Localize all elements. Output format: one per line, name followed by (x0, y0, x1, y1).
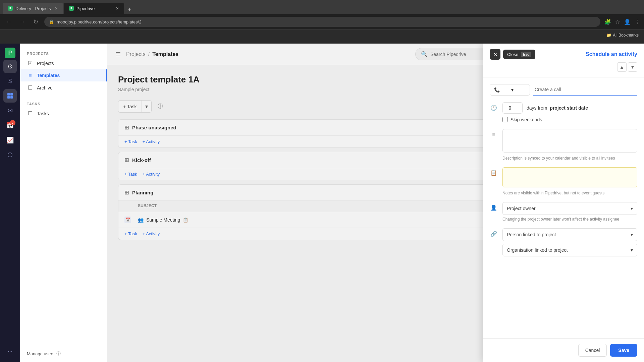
assignee-select[interactable]: Project owner ▾ (502, 202, 637, 215)
tasks-icon: ☐ (27, 110, 34, 117)
bookmark-bar: 📁 All Bookmarks (0, 29, 644, 40)
person-linked-row: 🔗 Person linked to project ▾ Organisatio… (490, 228, 637, 256)
cancel-button[interactable]: Cancel (578, 344, 607, 357)
schedule-panel: ✕ Close Esc Schedule an activity ▲ ▼ (483, 44, 644, 362)
sidebar-item-tasks-label: Tasks (37, 111, 49, 116)
tab-pipedrive[interactable]: P Pipedrive × (64, 3, 124, 14)
mail-nav-icon[interactable]: ✉ (3, 104, 17, 117)
templates-icon: ≡ (27, 72, 34, 78)
url-bar[interactable]: 🔒 moodjoy.pipedrive.com/projects/templat… (44, 17, 600, 27)
assignee-dropdown-arrow: ▾ (631, 206, 633, 211)
days-from-label: days from project start date (527, 105, 588, 111)
address-bar: ← → ↻ 🔒 moodjoy.pipedrive.com/projects/t… (0, 14, 644, 29)
sidebar-item-tasks[interactable]: ☐ Tasks (20, 107, 107, 120)
person-linked-label: Person linked to project (507, 232, 556, 237)
notes-icon: 📋 (490, 169, 498, 177)
sidebar-item-templates[interactable]: ≡ Templates (20, 69, 107, 81)
tab-close-1[interactable]: × (55, 6, 58, 11)
svg-rect-0 (7, 93, 10, 96)
url-text: moodjoy.pipedrive.com/projects/templates… (57, 19, 142, 24)
activity-type-icon: 📞 (494, 87, 508, 93)
profile-icon[interactable]: 👤 (624, 19, 631, 25)
save-button[interactable]: Save (610, 344, 637, 357)
tab-favicon-1: P (8, 6, 13, 11)
clock-icon: 🕐 (490, 104, 498, 112)
tab-close-2[interactable]: × (116, 6, 119, 11)
tab-title-1: Delivery - Projects (15, 6, 51, 11)
bookmark-star-icon[interactable]: ☆ (615, 19, 620, 25)
products-nav-icon[interactable]: ⬡ (3, 148, 17, 162)
sidebar-item-archive-label: Archive (37, 85, 53, 90)
tab-bar: P Delivery - Projects × P Pipedrive × + (0, 0, 644, 14)
svg-rect-3 (10, 96, 13, 99)
calendar-nav-icon[interactable]: 📅 7 (3, 119, 17, 132)
assignee-row: 👤 Project owner ▾ Changing the project o… (490, 202, 637, 222)
activity-type-select[interactable]: 📞 ▾ (490, 84, 530, 96)
skip-weekends-label: Skip weekends (511, 117, 542, 122)
svg-rect-1 (10, 93, 13, 96)
reload-button[interactable]: ↻ (31, 18, 40, 25)
org-linked-label: Organisation linked to project (507, 247, 568, 253)
activity-type-arrow: ▾ (511, 87, 526, 93)
panel-nav: ▲ ▼ (490, 62, 637, 72)
assignee-label: Project owner (507, 206, 536, 211)
panel-close-button[interactable]: ✕ (490, 49, 500, 60)
close-tooltip: Close Esc (503, 50, 535, 59)
manage-users-info-icon: ⓘ (56, 351, 61, 357)
calendar-badge: 7 (10, 120, 15, 125)
tab-delivery-projects[interactable]: P Delivery - Projects × (3, 3, 63, 14)
more-nav-icon[interactable]: ··· (3, 345, 17, 358)
projects-nav-icon[interactable] (3, 89, 17, 103)
skip-weekends-row: Skip weekends (502, 117, 637, 122)
sidebar-item-projects[interactable]: ☑ Projects (20, 57, 107, 69)
forward-button[interactable]: → (17, 18, 27, 25)
nav-sidebar: PROJECTS ☑ Projects ≡ Templates ☐ Archiv… (20, 44, 107, 362)
lock-icon: 🔒 (49, 19, 54, 24)
tab-title-2: Pipedrive (76, 6, 95, 11)
panel-footer: Cancel Save (483, 338, 644, 362)
extensions-icon[interactable]: 🧩 (604, 19, 611, 25)
deals-nav-icon[interactable]: $ (3, 74, 17, 88)
home-nav-icon[interactable]: ⊙ (3, 60, 17, 73)
org-linked-select[interactable]: Organisation linked to project ▾ (502, 244, 637, 256)
days-input[interactable] (502, 102, 523, 114)
projects-section-label: PROJECTS (20, 49, 107, 57)
panel-nav-down[interactable]: ▼ (628, 62, 637, 72)
person-linked-select[interactable]: Person linked to project ▾ (502, 228, 637, 241)
notes-textarea[interactable] (502, 167, 637, 187)
menu-icon[interactable]: ⋮ (635, 19, 640, 25)
days-from-row: 🕐 days from project start date Skip week… (490, 102, 637, 122)
reports-nav-icon[interactable]: 📈 (3, 133, 17, 147)
sidebar-item-archive[interactable]: ☐ Archive (20, 81, 107, 94)
esc-key: Esc (521, 52, 531, 57)
archive-icon: ☐ (27, 84, 34, 91)
svg-rect-2 (7, 96, 10, 99)
assignee-hint: Changing the project owner later won't a… (502, 217, 637, 222)
close-label: Close (507, 52, 518, 57)
panel-body: 📞 ▾ 🕐 days from project (483, 77, 644, 338)
days-row: days from project start date (502, 102, 637, 114)
project-start-highlight: project start date (550, 105, 588, 111)
back-button[interactable]: ← (4, 18, 13, 25)
panel-header: ✕ Close Esc Schedule an activity ▲ ▼ (483, 44, 644, 77)
description-textarea[interactable] (502, 129, 637, 153)
assignee-icon: 👤 (490, 203, 498, 212)
skip-weekends-checkbox[interactable] (502, 117, 508, 122)
bookmark-all-bookmarks[interactable]: 📁 All Bookmarks (606, 33, 639, 38)
panel-title-row: ✕ Close Esc Schedule an activity (490, 49, 637, 60)
activity-name-input[interactable] (533, 84, 637, 96)
sidebar-item-templates-label: Templates (37, 73, 60, 78)
activity-type-row: 📞 ▾ (490, 84, 637, 96)
description-hint: Description is synced to your calendar a… (502, 156, 637, 161)
icon-sidebar: P ⊙ $ ✉ 📅 7 📈 ⬡ ··· (0, 44, 20, 362)
tab-favicon-2: P (69, 6, 74, 11)
new-tab-button[interactable]: + (125, 5, 134, 14)
panel-nav-up[interactable]: ▲ (617, 62, 627, 72)
notes-row: 📋 Notes are visible within Pipedrive, bu… (490, 167, 637, 195)
manage-users-button[interactable]: Manage users ⓘ (20, 345, 107, 362)
manage-users-label: Manage users (27, 351, 54, 356)
description-icon: ≡ (490, 130, 498, 138)
panel-title: Schedule an activity (586, 51, 637, 57)
org-dropdown-arrow: ▾ (631, 247, 633, 253)
pipedrive-logo[interactable]: P (5, 48, 15, 58)
